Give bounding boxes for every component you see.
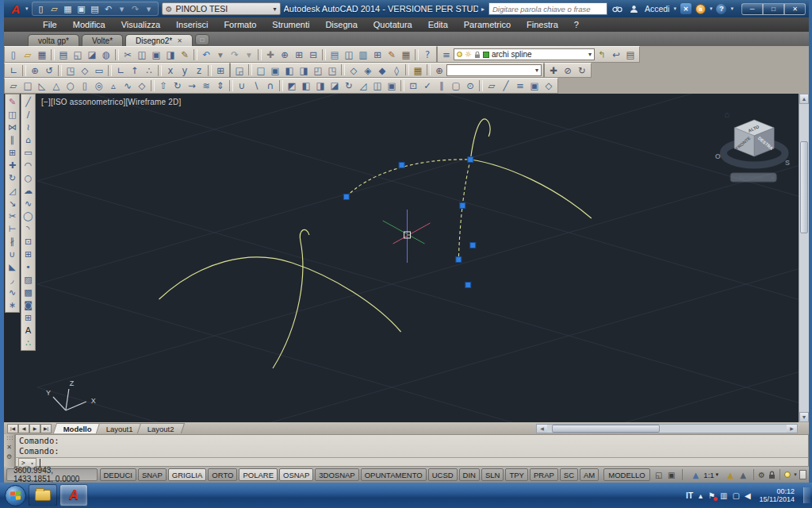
export-3ddwf-icon[interactable]: ◍ — [99, 48, 113, 61]
ucs-icon[interactable]: ∟ — [6, 64, 21, 77]
comm-caret-icon[interactable]: ▾ — [710, 6, 713, 12]
menu-edita[interactable]: Edita — [421, 19, 455, 30]
start-button[interactable] — [5, 485, 26, 506]
loft-icon[interactable]: ≋ — [199, 79, 213, 92]
doc-tab-volte-[interactable]: Volte* — [82, 34, 123, 46]
horizontal-scroll-track[interactable] — [547, 425, 787, 433]
modello-button[interactable]: MODELLO — [603, 468, 649, 481]
cylinder-icon[interactable]: ▯ — [78, 79, 92, 92]
clean-screen-button[interactable] — [799, 470, 806, 479]
subtract-icon[interactable]: ∖ — [249, 79, 263, 92]
menu-quotatura[interactable]: Quotatura — [366, 19, 419, 30]
markup-set-manager-icon[interactable]: ✎ — [385, 48, 399, 61]
drawing-canvas[interactable]: XYZ⌂ALTOFRONTEDESTRAOSAnonimo▾ [−][ISO a… — [37, 94, 799, 422]
show-desktop-button[interactable] — [803, 487, 810, 503]
convert-to-surface-icon[interactable]: ◇ — [542, 79, 556, 92]
layout-nav-1-icon[interactable]: ◀ — [18, 424, 29, 433]
toggle-sln[interactable]: SLN — [481, 468, 504, 481]
publish-icon[interactable]: ◪ — [85, 48, 99, 61]
network-icon[interactable]: ▢ — [732, 491, 739, 500]
help-icon[interactable]: ? — [420, 48, 435, 61]
isolate-objects-icon[interactable] — [784, 469, 792, 481]
ellipse-icon[interactable]: ◯ — [21, 210, 35, 222]
infocenter-collapse-icon[interactable]: ▸ — [481, 6, 485, 13]
point-icon[interactable]: • — [21, 260, 35, 273]
view-sw-isometric-icon[interactable]: ◇ — [347, 64, 361, 77]
slice-icon[interactable]: ╱ — [499, 79, 513, 92]
pan-realtime-icon[interactable]: ✚ — [263, 48, 278, 61]
mirror-icon[interactable]: ⋈ — [6, 121, 19, 133]
layer-thaw-icon[interactable]: ☼ — [465, 51, 472, 59]
toggle-opuntamento[interactable]: OPUNTAMENTO — [361, 468, 427, 481]
menu-inserisci[interactable]: Inserisci — [169, 19, 215, 30]
search-input[interactable] — [488, 2, 607, 15]
sweep-icon[interactable]: ⇝ — [185, 79, 199, 92]
polygon-icon[interactable]: ⌂ — [21, 133, 35, 146]
camera-icon[interactable]: ▦ — [411, 64, 425, 77]
spline-icon[interactable]: ∿ — [21, 197, 35, 210]
view-back-icon[interactable]: ◳ — [325, 64, 339, 77]
status-menu-caret-icon[interactable]: ▾ — [794, 471, 797, 478]
copy-clip-icon[interactable]: ◫ — [135, 48, 149, 61]
action-center-icon[interactable]: ⚑ — [708, 491, 715, 500]
make-object-layer-current-icon[interactable]: ↰ — [595, 48, 609, 61]
plot-preview-icon[interactable]: ◱ — [71, 48, 85, 61]
search-binoculars-icon[interactable] — [611, 2, 624, 15]
rotate-icon[interactable]: ↻ — [6, 171, 19, 184]
toggle-snap[interactable]: SNAP — [138, 468, 167, 481]
free-orbit-icon[interactable]: ↻ — [575, 64, 589, 77]
grip-point[interactable] — [343, 194, 349, 200]
toggle-prap[interactable]: PRAP — [530, 468, 558, 481]
properties-icon[interactable]: ▤ — [327, 48, 342, 61]
viewcube-west-label[interactable]: O — [715, 152, 721, 160]
layout-tab-layout1[interactable]: Layout1 — [96, 423, 144, 433]
taskbar-clock[interactable]: 00:12 15/11/2014 — [760, 487, 795, 503]
insert-block-icon[interactable]: ⊡ — [21, 235, 35, 248]
array-icon[interactable]: ⊞ — [6, 146, 19, 159]
save-icon[interactable]: ▦ — [35, 48, 49, 61]
redo-menu-icon[interactable]: ▾ — [242, 48, 256, 61]
revision-cloud-icon[interactable]: ☁ — [21, 184, 35, 197]
ucs-previous-icon[interactable]: ↺ — [42, 64, 56, 77]
sheetset-manager-icon[interactable]: ⊞ — [370, 48, 385, 61]
open-icon[interactable]: ▱ — [21, 48, 35, 61]
scroll-left-icon[interactable]: ◀ — [537, 425, 547, 433]
multiline-text-icon[interactable]: A — [21, 324, 35, 337]
line-icon[interactable]: ╱ — [21, 95, 35, 108]
ucs-rotate-z-icon[interactable]: z — [192, 64, 206, 77]
redo-menu-icon[interactable]: ▾ — [143, 4, 155, 14]
layout-tab-modello[interactable]: Modello — [53, 423, 102, 433]
break-icon[interactable]: ∦ — [6, 235, 19, 248]
view-go-icon[interactable]: ⊕ — [432, 64, 446, 77]
table-icon[interactable]: ⊞ — [21, 311, 35, 324]
minimize-button[interactable]: ─ — [741, 3, 763, 15]
autocad-logo-icon[interactable]: A — [7, 2, 25, 16]
save-icon[interactable]: ▦ — [62, 4, 75, 14]
vertical-scroll-thumb[interactable] — [800, 141, 808, 233]
menu-disegna[interactable]: Disegna — [318, 19, 364, 30]
help-caret-icon[interactable]: ▾ — [730, 6, 733, 12]
helix-icon[interactable]: ∿ — [121, 79, 135, 92]
zoom-previous-icon[interactable]: ⊟ — [306, 48, 320, 61]
copy-faces-icon[interactable]: ◫ — [370, 79, 385, 92]
menu-visualizza[interactable]: Visualizza — [114, 19, 167, 30]
power-meter-icon[interactable]: ▥ — [720, 491, 727, 500]
section-plane-icon[interactable]: ▱ — [485, 79, 499, 92]
ucs-origin-icon[interactable]: ∟ — [113, 64, 128, 77]
box-icon[interactable]: □ — [21, 79, 35, 92]
exchange-apps-icon[interactable]: ✕ — [680, 3, 691, 14]
open-file-icon[interactable]: ▱ — [48, 4, 61, 14]
join-icon[interactable]: ∪ — [6, 248, 19, 260]
separate-icon[interactable]: ∥ — [435, 79, 449, 92]
blend-curves-icon[interactable]: ∿ — [6, 286, 19, 298]
ucs-view-icon[interactable]: ▭ — [92, 64, 106, 77]
toggle-tpy[interactable]: TPY — [505, 468, 527, 481]
circle-icon[interactable]: ○ — [21, 171, 35, 184]
scroll-down-icon[interactable]: ▼ — [799, 412, 809, 422]
construction-line-icon[interactable]: ∕ — [21, 108, 35, 121]
layout-tab-layout2[interactable]: Layout2 — [137, 423, 185, 433]
layer-previous-icon[interactable]: ↩ — [609, 48, 623, 61]
arc-icon[interactable]: ◠ — [21, 159, 35, 171]
model-space[interactable]: XYZ⌂ALTOFRONTEDESTRAOSAnonimo▾ — [37, 94, 799, 422]
rectangle-icon[interactable]: ▭ — [21, 146, 35, 159]
